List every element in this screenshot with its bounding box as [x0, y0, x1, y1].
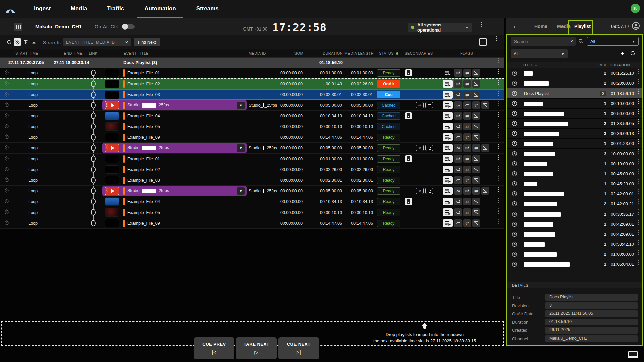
makalu-logo-icon[interactable] — [5, 3, 16, 15]
details-value[interactable]: 26.11.2025 — [545, 327, 638, 334]
col-media-length[interactable]: MEDIA LENGTH — [344, 49, 375, 57]
rundown-row[interactable]: LoopExample_File_0400:00:00.0000:10:34.1… — [0, 111, 504, 121]
details-value[interactable]: 01:18:56.10 — [545, 319, 638, 325]
overlay-disabled-icon[interactable] — [472, 198, 480, 205]
playlist-follow-icon[interactable] — [443, 144, 453, 152]
loop-flag-icon[interactable] — [454, 176, 462, 184]
details-value[interactable]: 26.11.2025 11:41:50.05 — [545, 310, 638, 317]
transition-flag-icon[interactable]: ⇄ — [472, 144, 480, 152]
transition-flag-icon[interactable]: ⇄ — [463, 133, 471, 141]
rundown-row[interactable]: LoopExample_File_0500:00:00.0000:00:10.1… — [0, 121, 504, 132]
overlay-disabled-icon[interactable] — [472, 69, 480, 77]
playlist-follow-icon[interactable] — [443, 91, 453, 99]
col-event-title[interactable]: EVENT TITLE — [122, 49, 247, 57]
rundown-row[interactable]: LoopExample_File_0300:00:00.0000:02:30.0… — [0, 175, 504, 186]
transition-flag-icon[interactable]: ⇄ — [463, 91, 471, 99]
overlay-disabled-icon[interactable] — [472, 80, 480, 88]
loop-flag-icon[interactable] — [454, 219, 462, 227]
playlist-follow-icon[interactable] — [443, 198, 453, 205]
playlist-clear-search-icon[interactable]: × — [568, 37, 576, 46]
rundown-row[interactable]: LoopExample_File_0200:00:00.00- 00:01.49… — [0, 78, 504, 89]
sync-icon[interactable] — [630, 50, 636, 56]
clear-search-icon[interactable]: × — [122, 38, 131, 46]
nav-item-media[interactable]: Media — [64, 0, 94, 18]
link-node[interactable] — [91, 166, 96, 173]
loop-flag-icon[interactable] — [454, 133, 462, 141]
playlist-channel-filter[interactable]: All▼ — [511, 49, 568, 58]
timer-off-icon[interactable] — [14, 38, 21, 46]
transition-flag-icon[interactable]: ⇄ — [463, 155, 471, 163]
link-node[interactable] — [91, 123, 96, 130]
rundown-row[interactable]: LoopLIVEStudio__25fps▼Studio__25fps00:00… — [0, 186, 504, 196]
overlay-disabled-icon[interactable] — [481, 187, 489, 195]
rundown-row[interactable]: LoopLIVEStudio__25fps▼Studio__25fps00:00… — [0, 100, 504, 111]
loop-flag-icon[interactable] — [454, 69, 462, 77]
link-node[interactable] — [91, 81, 96, 87]
cue-prev-button[interactable]: CUE PREV|< — [194, 337, 234, 359]
playlist-follow-icon[interactable] — [443, 166, 453, 173]
rundown-search-input[interactable] — [63, 38, 122, 46]
add-event-button[interactable]: + — [479, 38, 487, 46]
collapse-panel-icon[interactable]: ‹ — [514, 23, 516, 31]
transition-flag-icon[interactable]: ⇄ — [472, 187, 480, 195]
refresh-icon[interactable] — [5, 38, 13, 46]
playlist-item[interactable]: 201:33:56.05 — [507, 119, 642, 129]
infinite-loop-icon[interactable]: ∞ — [454, 101, 462, 109]
col-end-time[interactable]: END TIME — [47, 49, 84, 57]
nav-item-traffic[interactable]: Traffic — [100, 0, 131, 18]
playlist-follow-icon[interactable] — [443, 101, 453, 109]
playlist-search-input[interactable] — [511, 37, 568, 46]
link-node[interactable] — [91, 177, 96, 183]
rundown-row[interactable]: LoopExample_File_0300:00:00.0000:02:30.0… — [0, 89, 504, 100]
account-avatar-icon[interactable] — [632, 22, 640, 30]
col-start-time[interactable]: START TIME — [13, 49, 47, 57]
overlay-disabled-icon[interactable] — [472, 176, 480, 184]
playlist-item[interactable]: 200:20:00.00 — [507, 78, 642, 88]
playlist-item[interactable]: 300:36:09.13 — [507, 129, 642, 139]
playlist-item[interactable]: 100:45:00.00 — [507, 169, 642, 179]
transition-flag-icon[interactable]: ⇄ — [463, 166, 471, 173]
loop-flag-icon[interactable] — [463, 144, 471, 152]
col-secondaries[interactable]: SECONDARIES — [402, 49, 441, 57]
link-node[interactable] — [91, 102, 96, 108]
infinite-loop-icon[interactable]: ∞ — [454, 187, 462, 195]
search-icon[interactable] — [578, 39, 584, 44]
link-node[interactable] — [91, 70, 96, 76]
playlist-follow-icon[interactable] — [443, 187, 453, 195]
rundown-row[interactable]: LoopExample_File_0200:00:00.0000:02:26.0… — [0, 164, 504, 175]
playlist-follow-icon[interactable] — [443, 208, 453, 216]
playlist-item[interactable]: 201:42:00.21 — [507, 199, 642, 209]
playlist-group-row[interactable]: 27.11 17:20:37.05 27.11 18:39:33.14 Docs… — [0, 58, 504, 68]
transition-flag-icon[interactable]: ⇄ — [463, 69, 471, 77]
overlay-disabled-icon[interactable] — [481, 144, 489, 152]
expand-event-icon[interactable]: ▼ — [237, 102, 245, 109]
rundown-row[interactable]: LoopExample_File_0400:00:00.0000:10:34.1… — [0, 196, 504, 207]
playlist-item[interactable]: 101:05:04.01 — [507, 259, 642, 269]
playlist-item[interactable]: 100:01:23.00 — [507, 139, 642, 149]
col-media-id[interactable]: MEDIA ID — [247, 49, 277, 57]
playlist-item[interactable]: 100:10:00.00 — [507, 99, 642, 109]
loop-flag-icon[interactable] — [454, 80, 462, 88]
col-som[interactable]: SOM — [277, 49, 305, 57]
playlist-follow-icon[interactable] — [443, 80, 453, 88]
overlay-disabled-icon[interactable] — [472, 155, 480, 163]
loop-flag-icon[interactable] — [454, 208, 462, 216]
link-node[interactable] — [91, 145, 96, 151]
loop-flag-icon[interactable] — [454, 155, 462, 163]
create-playlist-icon[interactable]: + — [621, 50, 624, 57]
transition-flag-icon[interactable]: ⇄ — [463, 123, 471, 130]
overlay-disabled-icon[interactable] — [472, 112, 480, 120]
nav-item-automation[interactable]: Automation — [137, 0, 183, 18]
col-duration[interactable]: DURATION — [305, 49, 344, 57]
scroll-to-top-icon[interactable] — [22, 38, 30, 46]
playlist-item[interactable]: 200:16:25.10 — [507, 68, 642, 78]
loop-flag-icon[interactable] — [454, 91, 462, 99]
playlist-item[interactable]: 310:00:00.00 — [507, 149, 642, 159]
playlist-item[interactable]: 102:42:09.01 — [507, 189, 642, 199]
playlist-item[interactable]: 100:50:00.00 — [507, 109, 642, 119]
playlist-item[interactable]: 100:45:23.00 — [507, 179, 642, 189]
link-node[interactable] — [91, 92, 96, 98]
expand-event-icon[interactable]: ▼ — [237, 144, 245, 152]
nav-item-ingest[interactable]: Ingest — [27, 0, 58, 18]
playlist-follow-icon[interactable] — [443, 176, 453, 184]
